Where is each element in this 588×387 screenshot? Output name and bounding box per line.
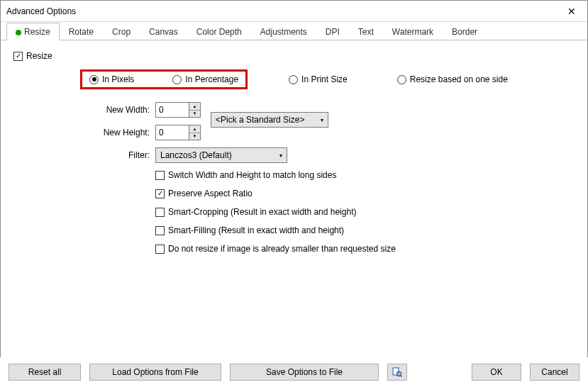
new-height-spinner[interactable]: ▲ ▼ bbox=[155, 125, 201, 140]
spinner-arrows[interactable]: ▲ ▼ bbox=[189, 125, 200, 140]
filter-select[interactable]: Lanczos3 (Default) ▾ bbox=[155, 147, 287, 163]
radio-label: In Pixels bbox=[102, 74, 134, 84]
no-resize-smaller-checkbox[interactable]: Do not resize if image is already smalle… bbox=[155, 244, 575, 254]
radio-in-pixels[interactable]: In Pixels bbox=[89, 74, 134, 84]
options-list: Switch Width and Height to match long si… bbox=[155, 170, 575, 254]
new-width-spinner[interactable]: ▲ ▼ bbox=[155, 102, 201, 118]
load-options-button[interactable]: Load Options from File bbox=[89, 364, 221, 381]
radio-icon bbox=[397, 75, 406, 84]
new-width-row: New Width: ▲ ▼ <Pick a Standard Size> ▾ bbox=[82, 102, 575, 118]
standard-size-select[interactable]: <Pick a Standard Size> ▾ bbox=[211, 112, 328, 128]
preserve-aspect-checkbox[interactable]: Preserve Aspect Ratio bbox=[155, 189, 575, 198]
filter-label: Filter: bbox=[82, 150, 155, 160]
cancel-button[interactable]: Cancel bbox=[530, 364, 579, 381]
chevron-down-icon: ▾ bbox=[279, 152, 282, 159]
smart-filling-checkbox[interactable]: Smart-Filling (Result in exact width and… bbox=[155, 225, 575, 235]
reset-all-button[interactable]: Reset all bbox=[9, 364, 81, 381]
radio-label: In Print Size bbox=[301, 74, 348, 84]
radio-icon bbox=[289, 75, 298, 84]
tab-watermark[interactable]: Watermark bbox=[383, 23, 443, 40]
ok-button[interactable]: OK bbox=[472, 364, 521, 381]
chevron-down-icon: ▼ bbox=[189, 111, 200, 118]
preview-icon-button[interactable] bbox=[387, 364, 407, 381]
tab-dpi[interactable]: DPI bbox=[316, 23, 349, 40]
spinner-arrows[interactable]: ▲ ▼ bbox=[189, 103, 200, 117]
select-value: Lanczos3 (Default) bbox=[160, 150, 232, 160]
smart-cropping-checkbox[interactable]: Smart-Cropping (Result in exact width an… bbox=[155, 207, 575, 217]
tab-crop[interactable]: Crop bbox=[103, 23, 140, 40]
radio-in-print-size[interactable]: In Print Size bbox=[289, 74, 348, 84]
new-height-input[interactable] bbox=[156, 125, 189, 140]
new-width-input[interactable] bbox=[156, 103, 189, 117]
checkbox-label: Do not resize if image is already smalle… bbox=[168, 244, 396, 254]
chevron-down-icon: ▼ bbox=[189, 133, 200, 140]
checkbox-label: Preserve Aspect Ratio bbox=[168, 189, 253, 198]
new-width-label: New Width: bbox=[82, 105, 155, 115]
radio-one-side[interactable]: Resize based on one side bbox=[397, 74, 508, 84]
tab-canvas[interactable]: Canvas bbox=[140, 23, 187, 40]
new-height-label: New Height: bbox=[82, 128, 155, 138]
checkbox-label: Switch Width and Height to match long si… bbox=[168, 170, 336, 180]
tab-bar: Resize Rotate Crop Canvas Color Depth Ad… bbox=[1, 22, 587, 40]
mode-radio-row: In Pixels In Percentage In Print Size Re… bbox=[13, 69, 575, 89]
radio-label: In Percentage bbox=[185, 74, 238, 84]
checkbox-icon bbox=[155, 189, 165, 198]
tab-rotate[interactable]: Rotate bbox=[60, 23, 103, 40]
checkbox-icon bbox=[155, 226, 165, 235]
tab-text[interactable]: Text bbox=[349, 23, 383, 40]
resize-checkbox-label: Resize bbox=[26, 51, 52, 61]
tab-resize[interactable]: Resize bbox=[6, 23, 60, 40]
chevron-up-icon: ▲ bbox=[189, 103, 200, 111]
select-value: <Pick a Standard Size> bbox=[216, 115, 304, 125]
highlight-annotation: In Pixels In Percentage bbox=[80, 69, 248, 89]
checkbox-icon bbox=[155, 171, 165, 180]
checkbox-icon bbox=[155, 208, 165, 217]
svg-rect-0 bbox=[393, 368, 399, 375]
close-button[interactable]: ✕ bbox=[558, 1, 586, 21]
tab-adjustments[interactable]: Adjustments bbox=[251, 23, 316, 40]
titlebar: Advanced Options ✕ bbox=[1, 1, 587, 22]
svg-line-2 bbox=[401, 376, 402, 377]
window-title: Advanced Options bbox=[6, 6, 558, 16]
radio-icon bbox=[172, 75, 182, 84]
radio-label: Resize based on one side bbox=[410, 74, 508, 84]
dimensions-form: New Width: ▲ ▼ <Pick a Standard Size> ▾ … bbox=[82, 102, 575, 163]
filter-row: Filter: Lanczos3 (Default) ▾ bbox=[82, 147, 575, 163]
magnifier-page-icon bbox=[392, 367, 402, 377]
save-options-button[interactable]: Save Options to File bbox=[230, 364, 379, 381]
checkbox-label: Smart-Filling (Result in exact width and… bbox=[168, 225, 344, 235]
chevron-up-icon: ▲ bbox=[189, 125, 200, 133]
resize-checkbox[interactable]: Resize bbox=[13, 51, 52, 61]
switch-wh-checkbox[interactable]: Switch Width and Height to match long si… bbox=[155, 170, 575, 180]
radio-in-percentage[interactable]: In Percentage bbox=[172, 74, 238, 84]
radio-icon bbox=[89, 75, 99, 84]
footer: Reset all Load Options from File Save Op… bbox=[0, 357, 588, 387]
content-area: Resize In Pixels In Percentage In Print … bbox=[1, 40, 587, 358]
checkbox-icon bbox=[155, 245, 165, 254]
checkbox-label: Smart-Cropping (Result in exact width an… bbox=[168, 207, 356, 217]
checkbox-icon bbox=[13, 52, 23, 61]
chevron-down-icon: ▾ bbox=[321, 117, 323, 123]
close-icon: ✕ bbox=[567, 6, 576, 17]
tab-border[interactable]: Border bbox=[443, 23, 487, 40]
active-indicator-icon bbox=[16, 30, 21, 35]
tab-color-depth[interactable]: Color Depth bbox=[187, 23, 251, 40]
